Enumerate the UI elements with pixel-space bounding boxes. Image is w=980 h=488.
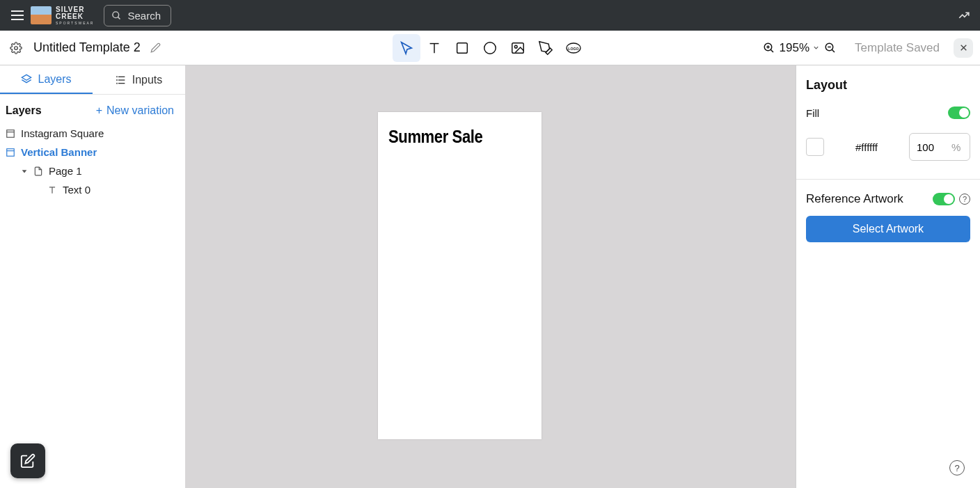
brand-text: SILVER CREEK SPORTSWEAR (56, 6, 94, 25)
inputs-icon (116, 74, 127, 86)
svg-rect-7 (512, 42, 524, 53)
select-tool[interactable] (393, 34, 420, 62)
svg-marker-20 (22, 74, 31, 80)
save-status: Template Saved (855, 41, 940, 55)
layer-label: Page 1 (49, 165, 82, 177)
fill-opacity-field[interactable]: % (909, 133, 970, 161)
svg-rect-27 (7, 129, 15, 137)
fill-toggle[interactable] (948, 107, 970, 119)
left-tabs: Layers Inputs (0, 65, 185, 95)
layer-vertical-banner[interactable]: Vertical Banner (6, 143, 180, 162)
svg-text:LOGO: LOGO (568, 46, 578, 50)
svg-marker-31 (22, 170, 27, 173)
workspace: Layers Inputs Layers + New variation Ins… (0, 65, 980, 488)
search-button[interactable]: Search (104, 5, 171, 26)
search-icon (111, 10, 122, 21)
fill-hex[interactable]: #ffffff (832, 141, 901, 153)
svg-point-8 (514, 45, 517, 48)
chevron-down-icon (812, 44, 820, 52)
ellipse-tool[interactable] (476, 34, 504, 62)
new-variation-button[interactable]: + New variation (96, 104, 174, 117)
top-bar: SILVER CREEK SPORTSWEAR Search (0, 0, 980, 31)
floating-help-button[interactable]: ? (949, 460, 965, 475)
svg-point-0 (113, 11, 119, 17)
layers-icon (21, 74, 32, 85)
svg-point-2 (15, 46, 18, 49)
brand-logo-image (31, 6, 52, 24)
menu-button[interactable] (7, 6, 28, 24)
layers-header: Layers + New variation (0, 95, 185, 123)
zoom-in-button[interactable] (763, 42, 775, 54)
tab-layers[interactable]: Layers (0, 65, 93, 94)
logo-tool[interactable]: LOGO (560, 34, 587, 62)
tab-layers-label: Layers (38, 73, 71, 86)
layer-text-0[interactable]: Text 0 (6, 180, 180, 199)
help-icon[interactable]: ? (959, 194, 970, 205)
panel-title: Layout (806, 78, 970, 93)
svg-point-26 (116, 83, 117, 84)
toolbar: Untitled Template 2 LOGO (0, 31, 980, 65)
divider (796, 179, 980, 180)
settings-button[interactable] (7, 39, 25, 57)
chevron-down-icon (21, 168, 28, 175)
close-icon (959, 43, 968, 52)
text-tool[interactable] (420, 34, 448, 62)
image-tool[interactable] (504, 34, 532, 62)
select-artwork-button[interactable]: Select Artwork (806, 216, 970, 242)
fill-swatch[interactable] (806, 138, 824, 156)
close-button[interactable] (954, 38, 973, 58)
fill-row: #ffffff % (806, 133, 970, 161)
tab-inputs[interactable]: Inputs (93, 65, 185, 94)
layer-label: Text 0 (63, 184, 90, 196)
svg-point-24 (116, 77, 117, 77)
analytics-icon[interactable] (955, 6, 973, 24)
brand-line1: SILVER (56, 6, 84, 13)
zoom-out-button[interactable] (824, 42, 837, 54)
rectangle-tool[interactable] (448, 34, 476, 62)
fill-label: Fill (806, 107, 819, 119)
right-panel: Layout Fill #ffffff % Reference Artwork … (796, 65, 980, 488)
tool-palette: LOGO (393, 34, 587, 62)
edit-title-button[interactable] (148, 40, 164, 56)
canvas[interactable]: Summer Sale (185, 65, 796, 488)
layout-icon (6, 129, 15, 139)
toolbar-right: 195% Template Saved (763, 38, 973, 58)
layer-tree: Instagram Square Vertical Banner Page 1 … (0, 123, 185, 200)
reference-artwork-label: Reference Artwork (806, 192, 903, 206)
svg-rect-5 (457, 42, 468, 53)
layer-instagram-square[interactable]: Instagram Square (6, 124, 180, 143)
layer-page-1[interactable]: Page 1 (6, 162, 180, 180)
zoom-dropdown[interactable]: 195% (780, 41, 820, 55)
plus-icon: + (96, 104, 102, 117)
brand-logo[interactable]: SILVER CREEK SPORTSWEAR (31, 6, 94, 25)
fill-opacity-input[interactable] (917, 141, 947, 153)
brand-sub: SPORTSWEAR (56, 22, 94, 25)
svg-line-1 (118, 17, 120, 19)
edit-icon (20, 453, 35, 469)
svg-point-6 (484, 42, 496, 54)
layers-title: Layers (6, 104, 42, 117)
reference-artwork-row: Reference Artwork ? (806, 192, 970, 206)
zoom-value: 195% (780, 41, 809, 55)
template-title[interactable]: Untitled Template 2 (33, 40, 141, 55)
search-label: Search (127, 10, 161, 22)
artboard-text[interactable]: Summer Sale (388, 126, 482, 148)
percent-label: % (951, 141, 961, 153)
artboard-vertical-banner[interactable]: Summer Sale (378, 112, 542, 439)
tab-inputs-label: Inputs (132, 74, 163, 86)
brand-line2: CREEK (56, 13, 84, 20)
svg-rect-29 (7, 148, 15, 156)
left-panel: Layers Inputs Layers + New variation Ins… (0, 65, 185, 488)
new-variation-label: New variation (106, 104, 174, 117)
svg-point-25 (116, 79, 117, 80)
page-icon (33, 166, 43, 176)
reference-artwork-toggle[interactable] (933, 193, 955, 205)
layer-label: Vertical Banner (21, 146, 97, 158)
svg-line-16 (832, 49, 835, 52)
layer-label: Instagram Square (21, 127, 104, 139)
pen-tool[interactable] (532, 34, 560, 62)
svg-line-12 (770, 49, 773, 52)
floating-edit-button[interactable] (10, 443, 45, 478)
text-icon (47, 185, 57, 195)
fill-header-row: Fill (806, 107, 970, 119)
